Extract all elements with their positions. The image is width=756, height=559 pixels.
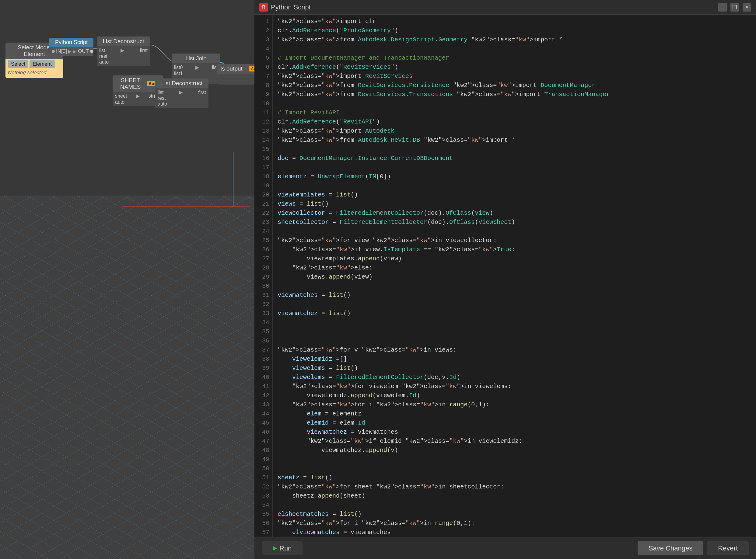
editor-controls: − ❐ × (718, 3, 751, 12)
code-area[interactable]: "kw2">class="kw">import clrclr.AddRefere… (273, 15, 756, 537)
line-number-21: 21 (255, 200, 273, 209)
line-number-13: 13 (255, 127, 273, 136)
port-arrow: ▶ (68, 49, 71, 54)
line-number-30: 30 (255, 282, 273, 291)
axis-vertical (233, 152, 233, 207)
line-number-18: 18 (255, 172, 273, 181)
axis-horizontal (122, 206, 250, 206)
node-select-info: Nothing selected. (8, 69, 61, 76)
line-number-41: 41 (255, 382, 273, 391)
line-number-27: 27 (255, 254, 273, 263)
code-line-54 (278, 500, 751, 510)
code-line-41: "kw2">class="kw">for viewelem "kw2">clas… (278, 382, 751, 391)
code-line-40: viewelems = FilteredElementCollector(doc… (278, 373, 751, 382)
port-in-label: IN[0] (56, 48, 67, 54)
line-number-3: 3 (255, 35, 273, 44)
line-number-17: 17 (255, 163, 273, 172)
footer-right-buttons: Save Changes Revert (638, 541, 749, 555)
editor-minimize-btn[interactable]: − (718, 3, 727, 12)
listdec2-first: first (198, 90, 206, 95)
listdec2-rest: rest (158, 95, 166, 101)
code-line-32 (278, 300, 751, 309)
node-list-deconstruct-1: List.Deconstruct list ▶ first rest auto (97, 37, 150, 66)
code-line-56: "kw2">class="kw">for i "kw2">class="kw">… (278, 519, 751, 528)
code-line-36 (278, 336, 751, 345)
code-line-42: viewelemidz.append(viewelem.Id) (278, 391, 751, 400)
node-listdec2-body: list ▶ first rest auto (155, 88, 209, 108)
code-line-53: sheetz.append(sheet) (278, 491, 751, 500)
run-button[interactable]: Run (262, 541, 303, 555)
code-line-52: "kw2">class="kw">for sheet "kw2">class="… (278, 483, 751, 491)
node-is-output: Is output Auto (217, 64, 255, 85)
node-listdec1-title: List.Deconstruct (97, 37, 150, 46)
node-list-deconstruct-2: List.Deconstruct list ▶ first rest auto (155, 79, 209, 108)
editor-content: 1234567891011121314151617181920212223242… (255, 15, 756, 537)
code-line-30 (278, 282, 751, 291)
line-number-39: 39 (255, 364, 273, 373)
line-number-12: 12 (255, 117, 273, 127)
node-python-body: IN[0] ▶ ▶ OUT (49, 47, 93, 55)
line-number-11: 11 (255, 108, 273, 117)
run-label: Run (279, 544, 291, 552)
node-isoutput-title: Is output Auto (217, 64, 255, 74)
node-isoutput-body (217, 74, 255, 85)
code-line-49 (278, 455, 751, 464)
line-number-16: 16 (255, 154, 273, 163)
line-numbers: 1234567891011121314151617181920212223242… (255, 15, 273, 537)
code-line-31: viewmatches = list() (278, 291, 751, 300)
line-number-36: 36 (255, 336, 273, 345)
line-number-56: 56 (255, 519, 273, 528)
line-number-48: 48 (255, 446, 273, 455)
editor-footer: Run Save Changes Revert (255, 537, 756, 559)
line-number-38: 38 (255, 355, 273, 364)
line-number-24: 24 (255, 227, 273, 236)
line-number-20: 20 (255, 191, 273, 200)
listdec2-row1: list ▶ first (158, 89, 206, 95)
code-line-38: viewelemidz =[] (278, 355, 751, 364)
code-line-18: elementz = UnwrapElement(IN[0]) (278, 172, 751, 181)
code-line-35 (278, 327, 751, 336)
line-number-25: 25 (255, 236, 273, 245)
node-python-script[interactable]: Python Script IN[0] ▶ ▶ OUT (49, 38, 93, 55)
code-line-19 (278, 181, 751, 191)
port-dot-in (52, 50, 55, 53)
editor-close-btn[interactable]: × (742, 3, 751, 12)
node-select-row: Select Element (8, 60, 61, 68)
line-number-34: 34 (255, 318, 273, 327)
node-element-btn[interactable]: Element (29, 60, 55, 68)
line-number-53: 53 (255, 491, 273, 500)
revert-button[interactable]: Revert (707, 541, 749, 555)
line-number-54: 54 (255, 500, 273, 510)
code-line-51: sheetz = list() (278, 473, 751, 483)
line-number-37: 37 (255, 345, 273, 355)
editor-panel: R Python Script − ❐ × 123456789101112131… (255, 0, 756, 559)
node-python-title: Python Script (49, 38, 93, 47)
code-line-50 (278, 464, 751, 473)
line-number-52: 52 (255, 483, 273, 491)
line-number-32: 32 (255, 300, 273, 309)
code-line-46: viewmatchez = viewmatches (278, 428, 751, 437)
code-line-16: doc = DocumentManager.Instance.CurrentDB… (278, 154, 751, 163)
code-line-3: "kw2">class="kw">from Autodesk.DesignScr… (278, 35, 751, 44)
save-changes-button[interactable]: Save Changes (638, 541, 703, 555)
line-number-22: 22 (255, 209, 273, 218)
line-number-33: 33 (255, 309, 273, 318)
line-number-19: 19 (255, 181, 273, 191)
canvas-area: Select Model Element Select Element Noth… (0, 0, 255, 559)
code-line-24 (278, 227, 751, 236)
listdec1-port-row2: rest (99, 53, 148, 59)
line-number-45: 45 (255, 419, 273, 428)
code-line-28: "kw2">class="kw">else: (278, 263, 751, 272)
editor-restore-btn[interactable]: ❐ (730, 3, 739, 12)
code-line-7: "kw2">class="kw">import RevitServices (278, 72, 751, 81)
node-listdec1-body: list ▶ first rest auto (97, 46, 150, 66)
line-number-26: 26 (255, 245, 273, 254)
code-line-22: viewcollector = FilteredElementCollector… (278, 209, 751, 218)
listdec1-in: list (99, 48, 105, 53)
code-line-34 (278, 318, 751, 327)
line-number-7: 7 (255, 72, 273, 81)
code-line-33: viewmatchez = list() (278, 309, 751, 318)
code-line-20: viewtemplates = list() (278, 191, 751, 200)
code-line-29: views.append(view) (278, 272, 751, 282)
node-select-btn[interactable]: Select (8, 60, 28, 68)
